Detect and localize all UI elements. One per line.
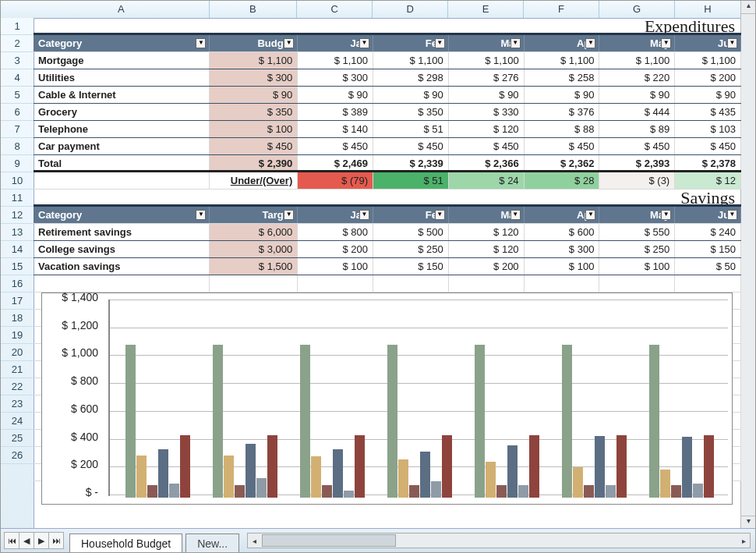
row-header-21[interactable]: 21: [1, 361, 34, 378]
value-cell[interactable]: $ 100: [298, 258, 373, 275]
scroll-left-icon[interactable]: ◂: [248, 537, 260, 545]
filter-icon[interactable]: ▼: [196, 210, 206, 220]
last-sheet-icon[interactable]: ⏭: [48, 532, 64, 549]
filter-icon[interactable]: ▼: [661, 210, 671, 220]
value-cell[interactable]: $ 220: [599, 69, 675, 86]
tab-household-budget[interactable]: Household Budget: [69, 534, 182, 553]
value-cell[interactable]: $ 450: [449, 138, 525, 154]
cell-grid[interactable]: Expenditures Category▼ Budget▼ Jan▼ Feb▼…: [34, 18, 741, 529]
row-header-17[interactable]: 17: [1, 292, 34, 310]
value-cell[interactable]: $ 250: [599, 241, 675, 257]
category-cell[interactable]: Cable & Internet: [34, 87, 210, 103]
row-16[interactable]: [34, 275, 741, 292]
value-cell[interactable]: $ 3,000: [210, 241, 298, 257]
scroll-up-icon[interactable]: ▴: [741, 1, 755, 14]
value-cell[interactable]: $ 1,100: [449, 52, 525, 69]
column-header-F[interactable]: F: [524, 1, 599, 18]
value-cell[interactable]: $ 120: [449, 224, 525, 240]
horizontal-scrollbar[interactable]: ◂ ▸: [247, 533, 751, 548]
cell[interactable]: [34, 172, 210, 189]
value-cell[interactable]: $ 90: [525, 87, 600, 103]
filter-icon[interactable]: ▼: [359, 210, 369, 220]
value-cell[interactable]: $ 240: [675, 224, 741, 240]
row-header-23[interactable]: 23: [1, 395, 34, 413]
value-cell[interactable]: $ 89: [599, 121, 675, 137]
value-cell[interactable]: $ 500: [373, 224, 449, 240]
row-header-3[interactable]: 3: [1, 52, 34, 69]
value-cell[interactable]: $ 1,100: [599, 52, 675, 69]
scroll-down-icon[interactable]: ▾: [741, 516, 755, 529]
value-cell[interactable]: $ 90: [599, 87, 675, 103]
category-cell[interactable]: Vacation savings: [34, 258, 210, 275]
value-cell[interactable]: $ 1,100: [373, 52, 449, 69]
value-cell[interactable]: $ 1,100: [675, 52, 741, 69]
value-cell[interactable]: $ 450: [210, 138, 298, 154]
value-cell[interactable]: $ 330: [449, 104, 525, 120]
value-cell[interactable]: $ 276: [449, 69, 525, 86]
value-cell[interactable]: $ 200: [298, 241, 373, 257]
value-cell[interactable]: $ 150: [373, 258, 449, 275]
filter-icon[interactable]: ▼: [727, 210, 737, 220]
row-header-4[interactable]: 4: [1, 69, 34, 87]
filter-icon[interactable]: ▼: [510, 210, 521, 220]
row-header-10[interactable]: 10: [1, 172, 34, 190]
row-header-8[interactable]: 8: [1, 138, 34, 155]
row-header-16[interactable]: 16: [1, 275, 34, 292]
value-cell[interactable]: $ 300: [525, 241, 600, 257]
filter-icon[interactable]: ▼: [585, 210, 595, 220]
value-cell[interactable]: $ 90: [675, 87, 741, 103]
row-header-19[interactable]: 19: [1, 327, 34, 344]
category-cell[interactable]: Mortgage: [34, 52, 210, 69]
row-header-14[interactable]: 14: [1, 241, 34, 258]
value-cell[interactable]: $ 600: [525, 224, 600, 240]
row-header-18[interactable]: 18: [1, 310, 34, 327]
value-cell[interactable]: $ 389: [298, 104, 373, 120]
category-cell[interactable]: Telephone: [34, 121, 210, 137]
next-sheet-icon[interactable]: ▶: [34, 532, 49, 549]
column-header-D[interactable]: D: [373, 1, 448, 18]
row-header-24[interactable]: 24: [1, 413, 34, 430]
value-cell[interactable]: $ 300: [298, 69, 373, 86]
column-header-B[interactable]: B: [210, 1, 298, 18]
filter-icon[interactable]: ▼: [661, 38, 671, 48]
value-cell[interactable]: $ 800: [298, 224, 373, 240]
row-header-15[interactable]: 15: [1, 258, 34, 275]
row-header-7[interactable]: 7: [1, 121, 34, 138]
row-header-9[interactable]: 9: [1, 155, 34, 172]
value-cell[interactable]: $ 550: [599, 224, 675, 240]
category-cell[interactable]: Utilities: [34, 69, 210, 86]
value-cell[interactable]: $ 120: [449, 241, 525, 257]
row-header-1[interactable]: 1: [1, 18, 34, 35]
value-cell[interactable]: $ 103: [675, 121, 741, 137]
filter-icon[interactable]: ▼: [727, 38, 737, 48]
row-header-22[interactable]: 22: [1, 378, 34, 395]
value-cell[interactable]: $ 450: [525, 138, 600, 154]
value-cell[interactable]: $ 350: [373, 104, 449, 120]
filter-icon[interactable]: ▼: [196, 38, 206, 48]
filter-icon[interactable]: ▼: [435, 38, 445, 48]
value-cell[interactable]: $ 450: [675, 138, 741, 154]
vertical-scrollbar[interactable]: ▴ ▾: [740, 1, 755, 529]
select-all-corner[interactable]: [1, 1, 34, 19]
value-cell[interactable]: $ 6,000: [210, 224, 298, 240]
category-cell[interactable]: Grocery: [34, 104, 210, 120]
value-cell[interactable]: $ 200: [449, 258, 525, 275]
value-cell[interactable]: $ 350: [210, 104, 298, 120]
row-header-2[interactable]: 2: [1, 35, 34, 52]
chart[interactable]: $ 1,400$ 1,200$ 1,000$ 800$ 600$ 400$ 20…: [41, 292, 733, 505]
value-cell[interactable]: $ 300: [210, 69, 298, 86]
filter-icon[interactable]: ▼: [359, 38, 369, 48]
value-cell[interactable]: $ 1,500: [210, 258, 298, 275]
value-cell[interactable]: $ 450: [373, 138, 449, 154]
column-header-A[interactable]: A: [34, 1, 210, 18]
category-cell[interactable]: Retirement savings: [34, 224, 210, 240]
first-sheet-icon[interactable]: ⏮: [4, 532, 19, 549]
value-cell[interactable]: $ 258: [525, 69, 600, 86]
row-header-26[interactable]: 26: [1, 447, 34, 464]
value-cell[interactable]: $ 200: [675, 69, 741, 86]
row-header-12[interactable]: 12: [1, 207, 34, 224]
value-cell[interactable]: $ 1,100: [525, 52, 600, 69]
value-cell[interactable]: $ 90: [298, 87, 373, 103]
category-cell[interactable]: Car payment: [34, 138, 210, 154]
category-cell[interactable]: College savings: [34, 241, 210, 257]
